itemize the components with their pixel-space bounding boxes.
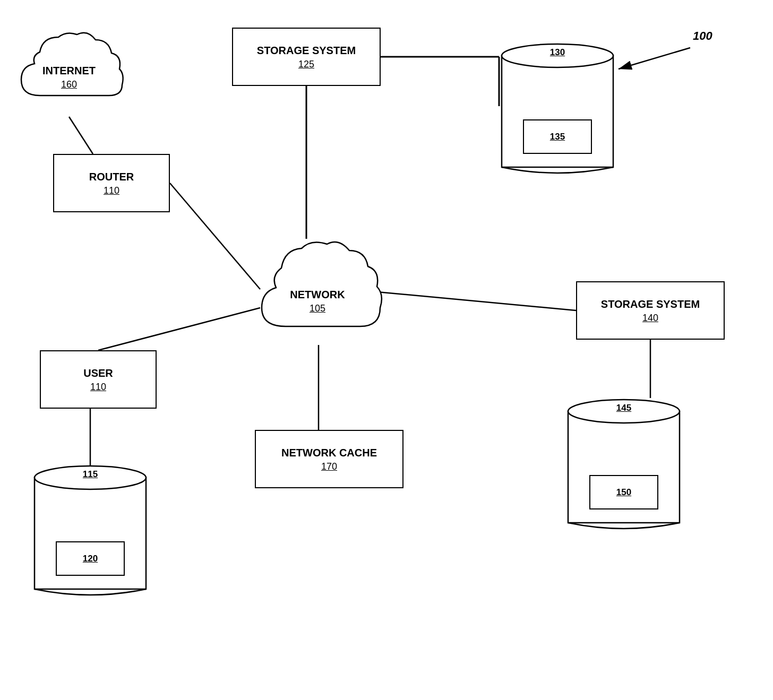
- db-130-number: 130: [550, 47, 565, 57]
- router-number: 110: [104, 185, 119, 196]
- cylinder-130: 130 135: [496, 40, 619, 178]
- router-box: ROUTER 110: [53, 154, 170, 212]
- db-115-number: 115: [83, 469, 98, 479]
- user-number: 110: [90, 382, 106, 393]
- db-120-inner: 120: [56, 541, 125, 576]
- svg-line-5: [98, 308, 260, 350]
- reference-number: 100: [693, 29, 712, 43]
- network-cloud: NETWORK 105: [248, 228, 386, 350]
- diagram-container: 100 STORAGE SYSTEM 125 STORAGE SYSTEM 14…: [0, 0, 773, 700]
- network-cache-label: NETWORK CACHE: [281, 446, 377, 459]
- user-label: USER: [83, 367, 113, 379]
- internet-content: INTERNET 160: [42, 64, 96, 90]
- internet-cloud: INTERNET 160: [11, 21, 127, 117]
- storage-system-125-label: STORAGE SYSTEM: [257, 44, 356, 57]
- network-content: NETWORK 105: [290, 288, 345, 314]
- network-cache-number: 170: [321, 461, 337, 472]
- network-cache-box: NETWORK CACHE 170: [255, 430, 403, 488]
- storage-system-140-number: 140: [642, 313, 658, 324]
- storage-system-140: STORAGE SYSTEM 140: [576, 281, 725, 340]
- network-number: 105: [290, 303, 345, 314]
- router-label: ROUTER: [89, 170, 134, 183]
- svg-line-3: [69, 117, 93, 154]
- storage-system-125: STORAGE SYSTEM 125: [232, 28, 381, 86]
- internet-label: INTERNET: [42, 64, 96, 77]
- db-145-number: 145: [616, 403, 631, 413]
- user-box: USER 110: [40, 350, 157, 409]
- db-150-inner: 150: [589, 475, 658, 509]
- db-135-inner: 135: [523, 119, 592, 154]
- network-label: NETWORK: [290, 288, 345, 301]
- db-120-number: 120: [83, 554, 98, 564]
- svg-line-10: [619, 48, 690, 69]
- storage-system-125-number: 125: [298, 59, 314, 70]
- cylinder-115: 115 120: [29, 462, 151, 600]
- svg-line-4: [170, 183, 260, 289]
- storage-system-140-label: STORAGE SYSTEM: [601, 298, 700, 310]
- db-135-number: 135: [550, 132, 565, 142]
- cylinder-145: 145 150: [563, 395, 685, 533]
- internet-number: 160: [42, 79, 96, 90]
- db-150-number: 150: [616, 487, 631, 498]
- svg-line-7: [377, 292, 576, 310]
